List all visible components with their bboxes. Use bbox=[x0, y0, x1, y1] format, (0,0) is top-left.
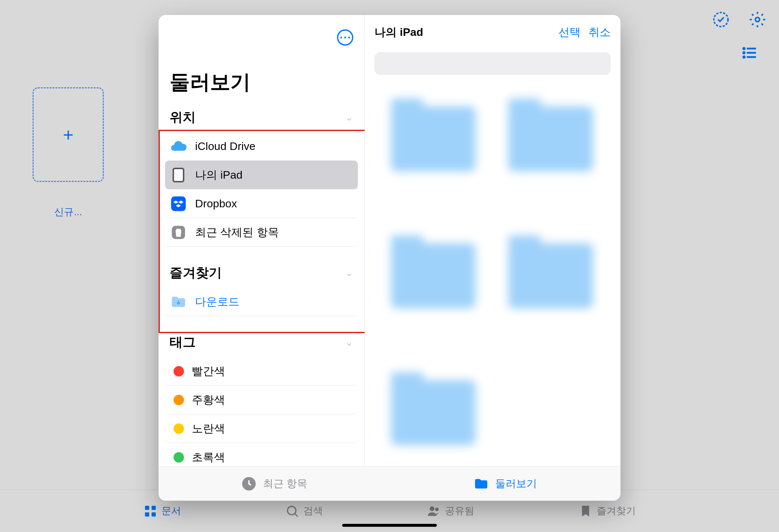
section-label: 즐겨찾기 bbox=[170, 264, 222, 282]
sidebar-item-label: 노란색 bbox=[192, 421, 225, 436]
sidebar-item-label: 주황색 bbox=[192, 393, 225, 407]
tag-dot-icon bbox=[174, 423, 184, 434]
tag-dot-icon bbox=[174, 366, 184, 377]
folder-item[interactable] bbox=[391, 106, 476, 172]
more-options-button[interactable] bbox=[337, 29, 353, 46]
cloud-icon bbox=[170, 138, 187, 155]
download-folder-icon bbox=[170, 293, 187, 311]
sidebar-tag-yellow[interactable]: 노란색 bbox=[165, 414, 358, 443]
sheet-tab-label: 둘러보기 bbox=[495, 477, 537, 491]
browse-sidebar: 둘러보기 위치 ⌄ iCloud Drive 나의 iPad Dropbox 최 bbox=[159, 15, 365, 466]
file-picker-sheet: 둘러보기 위치 ⌄ iCloud Drive 나의 iPad Dropbox 최 bbox=[159, 15, 620, 501]
chevron-down-icon: ⌄ bbox=[345, 112, 353, 123]
folder-item[interactable] bbox=[508, 106, 593, 172]
sidebar-tag-orange[interactable]: 주황색 bbox=[165, 386, 358, 414]
svg-rect-16 bbox=[173, 168, 184, 182]
sidebar-item-label: Dropbox bbox=[195, 197, 237, 210]
sidebar-title: 둘러보기 bbox=[170, 68, 250, 96]
sheet-tab-label: 최근 항목 bbox=[263, 477, 308, 491]
sidebar-item-ipad[interactable]: 나의 iPad bbox=[165, 161, 358, 189]
sidebar-item-label: iCloud Drive bbox=[195, 140, 255, 152]
section-locations-header[interactable]: 위치 ⌄ bbox=[165, 105, 358, 132]
section-tags-header[interactable]: 태그 ⌄ bbox=[165, 330, 358, 357]
sidebar-item-label: 다운로드 bbox=[195, 294, 239, 309]
sidebar-item-label: 초록색 bbox=[192, 450, 225, 465]
search-field[interactable] bbox=[374, 52, 611, 75]
sidebar-tag-green[interactable]: 초록색 bbox=[165, 443, 358, 466]
ipad-icon bbox=[170, 166, 187, 184]
folder-icon bbox=[473, 476, 489, 492]
sidebar-item-trash[interactable]: 최근 삭제된 항목 bbox=[165, 218, 358, 247]
content-area: 나의 iPad 선택 취소 bbox=[365, 15, 620, 466]
clock-icon bbox=[241, 476, 257, 492]
content-header: 나의 iPad 선택 취소 bbox=[365, 15, 620, 50]
tag-dot-icon bbox=[174, 395, 184, 405]
folder-grid bbox=[374, 93, 611, 466]
sheet-tab-browse[interactable]: 둘러보기 bbox=[390, 466, 620, 501]
chevron-down-icon: ⌄ bbox=[345, 267, 353, 278]
section-label: 위치 bbox=[170, 108, 196, 126]
folder-item[interactable] bbox=[508, 243, 593, 308]
folder-item[interactable] bbox=[391, 380, 476, 445]
sidebar-item-dropbox[interactable]: Dropbox bbox=[165, 189, 358, 218]
select-button[interactable]: 선택 bbox=[558, 25, 581, 40]
sidebar-item-label: 최근 삭제된 항목 bbox=[195, 225, 279, 240]
sidebar-item-label: 나의 iPad bbox=[195, 168, 243, 183]
section-favorites-header[interactable]: 즐겨찾기 ⌄ bbox=[165, 260, 358, 287]
sidebar-tag-red[interactable]: 빨간색 bbox=[165, 357, 358, 386]
svg-rect-17 bbox=[171, 196, 186, 211]
sidebar-item-downloads[interactable]: 다운로드 bbox=[165, 287, 358, 316]
tag-dot-icon bbox=[174, 452, 184, 463]
sidebar-item-icloud[interactable]: iCloud Drive bbox=[165, 132, 358, 161]
trash-icon bbox=[170, 224, 187, 241]
sidebar-item-label: 빨간색 bbox=[192, 364, 225, 379]
sheet-bottom-tabs: 최근 항목 둘러보기 bbox=[159, 466, 620, 501]
folder-item[interactable] bbox=[391, 243, 476, 308]
section-label: 태그 bbox=[170, 333, 196, 351]
content-title: 나의 iPad bbox=[374, 25, 423, 40]
sheet-tab-recent[interactable]: 최근 항목 bbox=[159, 466, 390, 501]
dropbox-icon bbox=[170, 195, 187, 212]
cancel-button[interactable]: 취소 bbox=[589, 25, 611, 40]
chevron-down-icon: ⌄ bbox=[345, 336, 353, 348]
